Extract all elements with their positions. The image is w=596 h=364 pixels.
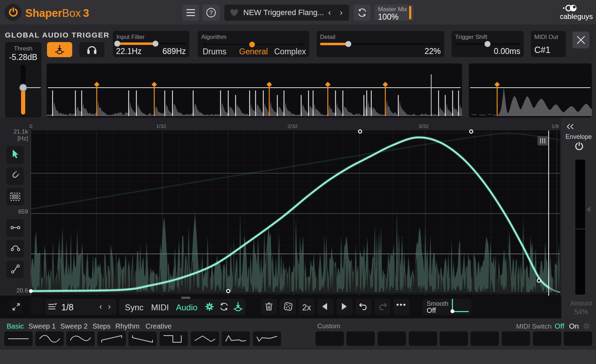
svg-text:?: ? (209, 9, 212, 16)
svg-text:cableguys: cableguys (560, 12, 593, 20)
